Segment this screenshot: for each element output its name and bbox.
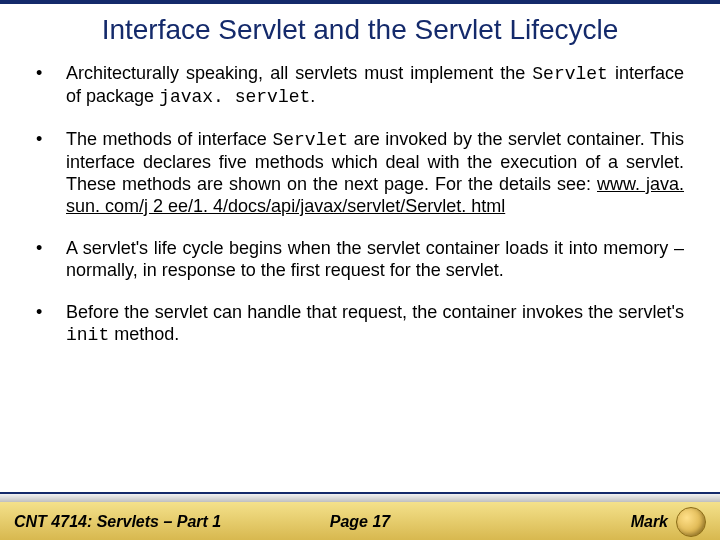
footer-divider: [0, 492, 720, 502]
bullet-2: • The methods of interface Servlet are i…: [36, 128, 684, 217]
bullet-3: • A servlet's life cycle begins when the…: [36, 237, 684, 281]
code-run: init: [66, 325, 109, 345]
text-run: method.: [109, 324, 179, 344]
slide: Interface Servlet and the Servlet Lifecy…: [0, 0, 720, 540]
text-run: .: [310, 86, 315, 106]
bullet-text: Architecturally speaking, all servlets m…: [66, 62, 684, 108]
bullet-marker: •: [36, 128, 66, 150]
slide-content: • Architecturally speaking, all servlets…: [0, 62, 720, 346]
code-run: javax. servlet: [159, 87, 310, 107]
footer-author-wrap: Mark: [475, 507, 706, 537]
code-run: Servlet: [532, 64, 608, 84]
text-run: Architecturally speaking, all servlets m…: [66, 63, 532, 83]
bullet-4: • Before the servlet can handle that req…: [36, 301, 684, 346]
code-run: Servlet: [272, 130, 348, 150]
bullet-text: A servlet's life cycle begins when the s…: [66, 237, 684, 281]
bullet-text: Before the servlet can handle that reque…: [66, 301, 684, 346]
bullet-marker: •: [36, 301, 66, 323]
footer: CNT 4714: Servlets – Part 1 Page 17 Mark…: [0, 492, 720, 540]
bullet-text: The methods of interface Servlet are inv…: [66, 128, 684, 217]
footer-bar: CNT 4714: Servlets – Part 1 Page 17 Mark: [0, 502, 720, 540]
footer-page: Page 17: [245, 513, 476, 531]
slide-title: Interface Servlet and the Servlet Lifecy…: [0, 14, 720, 46]
ucf-logo-icon: [676, 507, 706, 537]
bullet-marker: •: [36, 237, 66, 259]
bullet-marker: •: [36, 62, 66, 84]
text-run: The methods of interface: [66, 129, 272, 149]
footer-author: Mark: [631, 513, 668, 531]
bullet-1: • Architecturally speaking, all servlets…: [36, 62, 684, 108]
text-run: Before the servlet can handle that reque…: [66, 302, 684, 322]
footer-course: CNT 4714: Servlets – Part 1: [14, 513, 245, 531]
